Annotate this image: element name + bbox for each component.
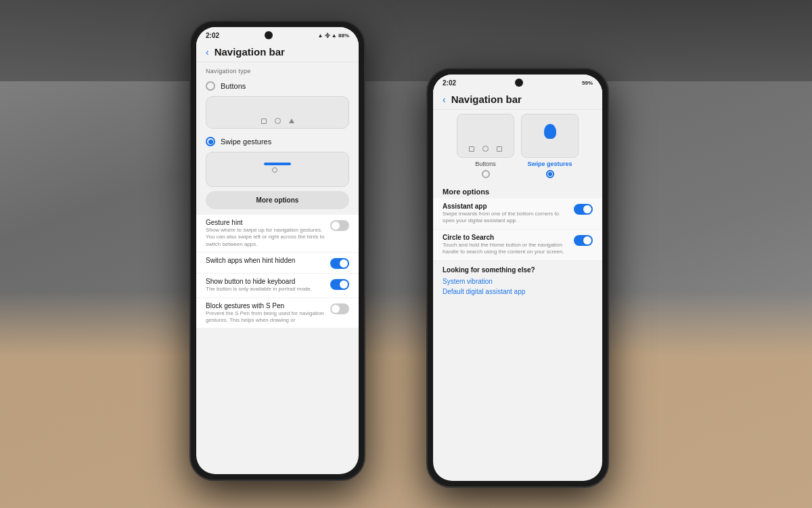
back-arrow-right[interactable]: ‹ <box>443 94 446 105</box>
gesture-hint-row[interactable]: Gesture hint Show where to swipe up for … <box>196 215 359 253</box>
buttons-type-option[interactable]: Buttons <box>457 114 514 178</box>
buttons-illustration <box>206 96 349 129</box>
back-btn-icon <box>261 119 267 124</box>
system-vibration-link[interactable]: System vibration <box>443 276 593 287</box>
phone-left-screen: 2:02 ▲ 令 ▲ 88% ‹ Navigation bar Navigati… <box>196 27 359 474</box>
hide-keyboard-text: Show button to hide keyboard The button … <box>206 278 325 293</box>
looking-title: Looking for something else? <box>443 266 593 274</box>
hide-keyboard-toggle[interactable] <box>330 279 349 290</box>
swipe-label: Swipe gestures <box>221 137 271 146</box>
phone-left: 2:02 ▲ 令 ▲ 88% ‹ Navigation bar Navigati… <box>189 20 365 481</box>
buttons-type-illustration <box>457 114 514 158</box>
section-label-left: Navigation type <box>196 62 359 77</box>
assistant-app-desc: Swipe inwards from one of the bottom cor… <box>443 211 568 225</box>
nav-title-left: Navigation bar <box>215 46 285 58</box>
recent-btn-icon <box>289 119 294 123</box>
gesture-dot <box>272 167 277 173</box>
swipe-type-label: Swipe gestures <box>527 161 572 167</box>
switch-apps-title: Switch apps when hint hidden <box>206 257 325 264</box>
circle-search-text: Circle to Search Touch and hold the Home… <box>443 234 568 256</box>
swipe-radio[interactable] <box>206 137 215 146</box>
status-bar-right: 2:02 59% <box>433 75 602 88</box>
assistant-app-toggle[interactable] <box>574 204 593 215</box>
settings-left: Navigation type Buttons Swipe gestures <box>196 62 359 329</box>
switch-apps-text: Switch apps when hint hidden <box>206 257 325 264</box>
swipe-type-option[interactable]: Swipe gestures <box>521 114 579 178</box>
looking-section: Looking for something else? System vibra… <box>433 261 602 299</box>
digital-assistant-link[interactable]: Default digital assistant app <box>443 287 593 297</box>
switch-apps-toggle[interactable] <box>330 258 349 269</box>
spen-block-toggle[interactable] <box>330 303 349 314</box>
back-arrow-left[interactable]: ‹ <box>206 47 209 58</box>
gesture-hint-desc: Show where to swipe up for navigation ge… <box>206 227 325 248</box>
buttons-option[interactable]: Buttons <box>196 77 359 95</box>
nav-title-right: Navigation bar <box>451 93 522 105</box>
circle-search-toggle[interactable] <box>574 235 593 246</box>
status-icons-left: ▲ 令 ▲ 88% <box>317 32 349 39</box>
nav-type-row: Buttons Swipe gestures <box>433 110 602 182</box>
swipe-type-illustration <box>521 114 579 158</box>
gesture-hint-text: Gesture hint Show where to swipe up for … <box>206 219 325 248</box>
time-left: 2:02 <box>206 32 219 39</box>
gesture-hint-title: Gesture hint <box>206 219 325 226</box>
hide-keyboard-row[interactable]: Show button to hide keyboard The button … <box>196 274 359 297</box>
spen-block-text: Block gestures with S Pen Prevent the S … <box>206 302 325 324</box>
btn-back <box>469 146 474 152</box>
more-options-label-right: More options <box>433 182 602 198</box>
spen-block-desc: Prevent the S Pen from being used for na… <box>206 310 325 324</box>
home-btn-icon <box>275 118 281 124</box>
assistant-app-row[interactable]: Assistant app Swipe inwards from one of … <box>433 198 602 230</box>
switch-apps-row[interactable]: Switch apps when hint hidden <box>196 253 359 274</box>
hands-background <box>0 291 812 508</box>
hide-keyboard-desc: The button is only available in portrait… <box>206 286 325 293</box>
nav-bar-buttons <box>261 118 294 124</box>
btn-recent <box>497 146 502 152</box>
assistant-app-text: Assistant app Swipe inwards from one of … <box>443 203 568 225</box>
circle-search-row[interactable]: Circle to Search Touch and hold the Home… <box>433 230 602 261</box>
spen-block-row[interactable]: Block gestures with S Pen Prevent the S … <box>196 298 359 329</box>
assistant-app-title: Assistant app <box>443 203 568 210</box>
buttons-bar <box>469 146 502 152</box>
phone-right-screen: 2:02 59% ‹ Navigation bar Buttons <box>433 75 602 481</box>
gesture-thumb-icon <box>544 124 556 139</box>
notch-left <box>265 31 273 39</box>
spen-block-title: Block gestures with S Pen <box>206 302 325 310</box>
buttons-type-label: Buttons <box>475 161 496 167</box>
buttons-radio-right[interactable] <box>482 170 490 178</box>
status-icons-right: 59% <box>582 80 593 86</box>
more-options-button[interactable]: More options <box>206 191 349 209</box>
time-right: 2:02 <box>443 79 456 87</box>
nav-header-left: ‹ Navigation bar <box>196 41 359 62</box>
buttons-radio[interactable] <box>206 81 215 91</box>
swipe-option[interactable]: Swipe gestures <box>196 133 359 150</box>
swipe-illustration <box>206 152 349 187</box>
btn-home <box>482 146 489 152</box>
phone-right: 2:02 59% ‹ Navigation bar Buttons <box>426 68 609 488</box>
status-bar-left: 2:02 ▲ 令 ▲ 88% <box>196 27 359 41</box>
circle-search-title: Circle to Search <box>443 234 568 241</box>
swipe-radio-right[interactable] <box>546 170 554 178</box>
buttons-label: Buttons <box>221 82 246 90</box>
gesture-hint-toggle[interactable] <box>330 220 349 231</box>
gesture-pill <box>264 163 291 165</box>
notch-right <box>515 79 523 87</box>
hide-keyboard-title: Show button to hide keyboard <box>206 278 325 285</box>
circle-search-desc: Touch and hold the Home button or the na… <box>443 242 568 256</box>
nav-header-right: ‹ Navigation bar <box>433 88 602 110</box>
